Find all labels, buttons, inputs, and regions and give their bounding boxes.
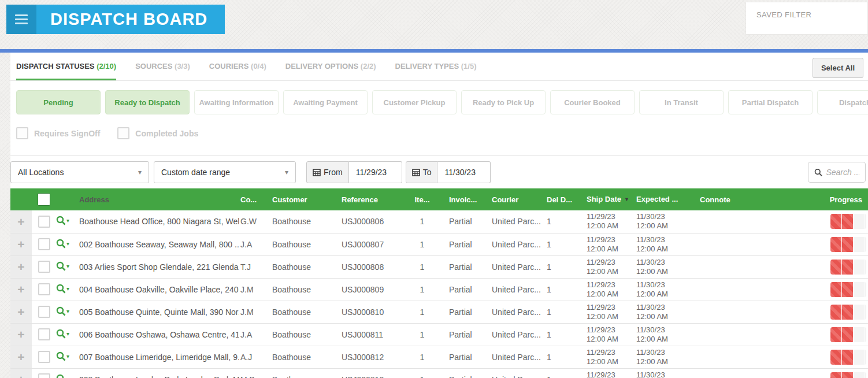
row-select-checkbox[interactable] [38,283,50,295]
brand-bar: DISPATCH BOARD [6,5,225,34]
status-filter-courier-booked[interactable]: Courier Booked [550,90,635,114]
table-row[interactable]: + ▾ 004 Boathouse Oakville, Oakville Pla… [10,278,868,301]
location-select[interactable]: All Locations ▾ [10,161,149,183]
expand-row-icon[interactable]: + [17,328,24,341]
customer-cell: Boathouse [270,346,337,368]
co-cell: J.A [239,323,270,346]
row-select-checkbox[interactable] [38,351,50,363]
expand-row-icon[interactable]: + [17,373,24,378]
checkbox-icon [16,127,28,139]
row-select-checkbox[interactable] [38,238,50,250]
row-preview-button[interactable]: ▾ [56,351,69,361]
tab-dispatch-statuses[interactable]: DISPATCH STATUSES (2/10) [16,62,116,80]
row-select-checkbox[interactable] [38,328,50,340]
table-row[interactable]: + ▾ Boathouse Head Office, 800 Niagara S… [10,210,868,233]
row-preview-button[interactable]: ▾ [56,306,69,316]
col-header-invoice[interactable]: Invoic... [435,188,484,210]
from-date-input[interactable]: 11/29/23 [349,161,402,183]
col-header-courier[interactable]: Courier [484,188,545,210]
status-filter-pending[interactable]: Pending [16,90,101,114]
requires-signoff-checkbox[interactable]: Requires SignOff [16,127,100,139]
courier-cell: United Parc... [484,368,545,378]
expected-date-cell: 11/30/23 12:00 AM [632,346,695,368]
row-select-checkbox[interactable] [38,261,50,273]
col-header-ship-date[interactable]: Ship Date▼ [583,188,632,210]
status-filter-ready-to-dispatch[interactable]: Ready to Dispatch [105,90,190,114]
select-all-rows-checkbox[interactable] [38,193,50,206]
col-header-reference[interactable]: Reference [337,188,409,210]
row-preview-button[interactable]: ▾ [56,261,69,271]
expand-row-icon[interactable]: + [17,305,24,318]
col-header-customer[interactable]: Customer [270,188,337,210]
tab-couriers[interactable]: COURIERS (0/4) [209,62,266,80]
chevron-down-icon: ▾ [66,263,69,269]
connote-cell [695,323,828,346]
saved-filter-input[interactable]: SAVED FILTER [745,2,868,35]
courier-cell: United Parc... [484,233,545,255]
row-preview-button[interactable]: ▾ [56,216,69,225]
table-header-row: Address Co... Customer Reference Ite... … [10,188,868,210]
expand-row-icon[interactable]: + [17,215,24,228]
row-preview-button[interactable]: ▾ [56,284,69,294]
top-header: DISPATCH BOARD SAVED FILTER [0,0,868,49]
status-filter-in-transit[interactable]: In Transit [639,90,724,114]
col-header-del[interactable]: Del D... [545,188,583,210]
progress-cell [828,233,868,255]
status-filter-customer-pickup[interactable]: Customer Pickup [372,90,457,114]
del-days-cell: 1 [545,346,583,368]
search-input[interactable]: Search ... [808,162,866,183]
expand-row-icon[interactable]: + [17,238,24,251]
status-filter-ready-to-pick-up[interactable]: Ready to Pick Up [461,90,546,114]
address-cell: 003 Arlies Sport Shop Glendale, 221 Glen… [79,255,239,278]
status-filter-dispatched[interactable]: Dispatched [817,90,868,114]
select-all-button[interactable]: Select All [813,58,863,78]
expand-row-icon[interactable]: + [17,260,24,273]
row-preview-button[interactable]: ▾ [56,239,69,249]
connote-cell [695,233,828,255]
progress-bar [830,350,866,365]
status-filter-awaiting-payment[interactable]: Awaiting Payment [283,90,368,114]
table-row[interactable]: + ▾ 003 Arlies Sport Shop Glendale, 221 … [10,255,868,278]
tab-delivery-types[interactable]: DELIVERY TYPES (1/5) [395,62,477,80]
reference-cell: USJ000813 [337,368,409,378]
col-header-address[interactable]: Address [79,188,239,210]
progress-cell [828,346,868,368]
row-select-checkbox[interactable] [38,306,50,318]
table-row[interactable]: + ▾ 007 Boathouse Limeridge, Limeridge M… [10,346,868,368]
col-header-expand [10,188,32,210]
expected-date-cell: 11/30/23 12:00 AM [632,255,695,278]
expand-row-icon[interactable]: + [17,283,24,296]
row-select-checkbox[interactable] [38,373,50,378]
row-preview-button[interactable]: ▾ [56,329,69,339]
invoice-cell: Partial [435,323,484,346]
col-header-expected[interactable]: Expected ... [632,188,695,210]
to-date-button[interactable]: To [406,161,438,183]
row-preview-button[interactable]: ▾ [56,374,69,378]
chevron-down-icon: ▾ [138,168,142,176]
col-header-progress[interactable]: Progress [828,188,868,210]
from-date-button[interactable]: From [306,161,349,183]
magnifier-icon [56,261,66,271]
col-header-connote[interactable]: Connote [695,188,828,210]
tab-sources[interactable]: SOURCES (3/3) [135,62,190,80]
hamburger-menu-button[interactable] [6,5,36,34]
completed-jobs-checkbox[interactable]: Completed Jobs [117,127,198,139]
table-row[interactable]: + ▾ 006 Boathouse Oshawa, Oshawa Centre,… [10,323,868,346]
to-date-input[interactable]: 11/30/23 [437,161,491,183]
expand-row-icon[interactable]: + [17,350,24,364]
table-row[interactable]: + ▾ 005 Boathouse Quinte, Quinte Mall, 3… [10,301,868,323]
tab-delivery-options[interactable]: DELIVERY OPTIONS (2/2) [285,62,376,80]
ship-date-cell: 11/29/23 12:00 AM [583,233,632,255]
status-filter-partial-dispatch[interactable]: Partial Dispatch [728,90,813,114]
progress-cell [828,210,868,233]
col-header-items[interactable]: Ite... [409,188,435,210]
status-filter-awaiting-information[interactable]: Awaiting Information [194,90,279,114]
date-range-select[interactable]: Custom date range ▾ [154,161,296,183]
row-select-checkbox[interactable] [38,216,50,228]
table-row[interactable]: + ▾ 008 Boathouse Lynden Park, Lynden Pa… [10,368,868,378]
customer-cell: Boathouse [270,368,337,378]
reference-cell: USJ000812 [337,346,409,368]
table-row[interactable]: + ▾ 002 Boathouse Seaway, Seaway Mall, 8… [10,233,868,255]
items-cell: 1 [409,255,435,278]
col-header-co[interactable]: Co... [239,188,270,210]
